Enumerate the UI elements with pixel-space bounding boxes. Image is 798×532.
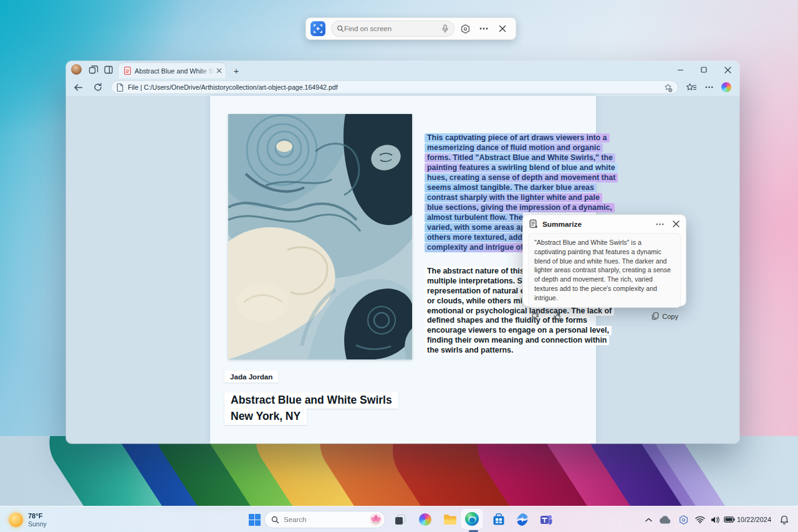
find-input-container[interactable] bbox=[331, 21, 454, 37]
highlighted-line[interactable]: complexity and intrigue of the p bbox=[425, 243, 523, 252]
microsoft-store-icon[interactable] bbox=[489, 510, 509, 529]
microsoft-teams-icon[interactable] bbox=[536, 510, 556, 529]
refresh-icon[interactable] bbox=[90, 80, 106, 95]
search-icon bbox=[271, 516, 279, 524]
battery-icon[interactable] bbox=[721, 510, 738, 529]
hidden-icons-chevron[interactable] bbox=[641, 510, 656, 529]
body-line: finding their own meaning and connection… bbox=[425, 336, 609, 345]
new-tab-button[interactable]: + bbox=[231, 65, 242, 77]
taskbar-search[interactable] bbox=[264, 511, 385, 528]
browser-titlebar: Abstract Blue and White Swirls by J + bbox=[66, 61, 739, 78]
wifi-icon[interactable] bbox=[692, 510, 708, 529]
file-icon bbox=[117, 83, 123, 92]
workspaces-icon[interactable] bbox=[89, 65, 99, 75]
artwork-title: Abstract Blue and White Swirls bbox=[224, 392, 398, 409]
thumbs-up-icon[interactable] bbox=[553, 312, 562, 321]
more-options-icon[interactable] bbox=[476, 21, 492, 37]
studio-effects-icon[interactable] bbox=[457, 21, 473, 37]
highlighted-line[interactable]: almost turbulent flow. The textu bbox=[425, 213, 523, 222]
find-on-screen-bar bbox=[305, 17, 516, 40]
file-explorer-icon[interactable] bbox=[440, 510, 460, 529]
tab-close-icon[interactable] bbox=[216, 68, 222, 74]
body-line: encourage viewers to engage on a persona… bbox=[425, 326, 612, 335]
highlighted-line[interactable]: painting features a swirling blend of bl… bbox=[425, 163, 618, 173]
tab-title: Abstract Blue and White Swirls by J bbox=[135, 67, 216, 75]
summary-card: "Abstract Blue and White Swirls" is a ca… bbox=[528, 233, 681, 308]
click-to-do-icon[interactable] bbox=[310, 21, 325, 36]
back-icon[interactable] bbox=[70, 80, 86, 95]
maximize-button[interactable] bbox=[692, 61, 716, 78]
copy-label: Copy bbox=[662, 313, 678, 320]
weather-temperature: 78°F bbox=[28, 512, 47, 520]
popup-close-icon[interactable] bbox=[673, 221, 680, 227]
body-line: the swirls and patterns. bbox=[425, 346, 516, 355]
wallpaper-bloom bbox=[0, 436, 798, 507]
onedrive-icon[interactable] bbox=[656, 510, 673, 529]
highlighted-line[interactable]: seems almost tangible. The darker blue a… bbox=[425, 183, 597, 192]
summarize-popup-header: Summarize bbox=[523, 215, 686, 233]
find-input[interactable] bbox=[344, 25, 441, 32]
tab-actions-icon[interactable] bbox=[103, 65, 113, 75]
highlighted-line[interactable]: hues, creating a sense of depth and move… bbox=[425, 173, 618, 183]
body-line: representation of natural eleme bbox=[425, 287, 523, 296]
microphone-icon[interactable] bbox=[441, 24, 449, 33]
start-button[interactable] bbox=[244, 510, 264, 529]
close-icon[interactable] bbox=[494, 21, 511, 37]
weather-widget[interactable]: 78°F Sunny bbox=[9, 509, 47, 530]
copy-button[interactable]: Copy bbox=[651, 312, 678, 320]
highlighted-line[interactable]: blue sections, giving the impression of … bbox=[425, 203, 615, 212]
search-highlight-lotus-icon bbox=[369, 513, 383, 526]
artwork-location: New York, NY bbox=[224, 409, 307, 425]
highlighted-line[interactable]: others more textured, adding to bbox=[425, 233, 523, 242]
minimize-button[interactable] bbox=[668, 61, 692, 78]
taskbar: 78°F Sunny bbox=[0, 506, 798, 532]
address-bar[interactable]: File | C:/Users/OneDrive/Arthistorycolle… bbox=[111, 80, 678, 94]
search-icon bbox=[337, 25, 344, 32]
browser-toolbar: File | C:/Users/OneDrive/Arthistorycolle… bbox=[66, 78, 739, 96]
notifications-bell-icon[interactable] bbox=[776, 510, 793, 529]
taskbar-search-input[interactable] bbox=[284, 516, 369, 523]
popup-more-icon[interactable] bbox=[656, 223, 664, 226]
profile-avatar[interactable] bbox=[71, 64, 82, 75]
task-view-icon[interactable] bbox=[390, 510, 410, 529]
highlighted-line[interactable]: forms. Titled "Abstract Blue and White S… bbox=[425, 153, 615, 163]
copilot-icon[interactable] bbox=[718, 80, 734, 95]
taskbar-date[interactable]: 10/22/2024 bbox=[737, 506, 771, 532]
browser-tab[interactable]: Abstract Blue and White Swirls by J bbox=[118, 63, 226, 78]
highlighted-line[interactable]: This captivating piece of art draws view… bbox=[425, 133, 610, 143]
weather-condition: Sunny bbox=[28, 520, 47, 528]
highlighted-line[interactable]: contrast sharply with the lighter white … bbox=[425, 193, 602, 202]
studio-effects-tray-icon[interactable] bbox=[675, 510, 692, 529]
summarize-icon bbox=[529, 219, 538, 229]
thumbs-down-icon[interactable] bbox=[531, 312, 539, 321]
browser-more-icon[interactable] bbox=[701, 80, 717, 95]
copilot-sparkle-app-icon[interactable] bbox=[512, 510, 532, 529]
artwork-image bbox=[228, 114, 412, 359]
summarize-popup-footer: Copy bbox=[523, 308, 686, 321]
highlighted-line[interactable]: varied, with some areas appeari bbox=[425, 223, 523, 232]
highlighted-line[interactable]: mesmerizing dance of fluid motion and or… bbox=[425, 143, 603, 153]
microsoft-edge-icon[interactable] bbox=[461, 509, 483, 529]
favorites-icon[interactable] bbox=[683, 80, 699, 95]
summary-text: "Abstract Blue and White Swirls" is a ca… bbox=[534, 238, 675, 303]
url-text: File | C:/Users/OneDrive/Arthistorycolle… bbox=[128, 83, 663, 91]
body-line: multiple interpretations. Some r bbox=[425, 277, 523, 286]
body-line: or clouds, while others might in bbox=[425, 297, 523, 306]
body-line: The abstract nature of this paint bbox=[425, 267, 523, 276]
sunny-icon bbox=[9, 513, 23, 527]
pdf-file-icon bbox=[124, 67, 131, 75]
summarize-popup-title: Summarize bbox=[542, 220, 656, 229]
add-favorite-icon[interactable] bbox=[663, 83, 673, 92]
copilot-app-icon[interactable] bbox=[415, 510, 435, 529]
browser-window: Abstract Blue and White Swirls by J + bbox=[66, 61, 739, 444]
copy-icon bbox=[651, 312, 659, 320]
window-close-icon[interactable] bbox=[716, 61, 739, 78]
artist-name: Jada Jordan bbox=[224, 371, 278, 382]
summarize-popup: Summarize "Abstract Blue and White Swirl… bbox=[522, 214, 686, 306]
